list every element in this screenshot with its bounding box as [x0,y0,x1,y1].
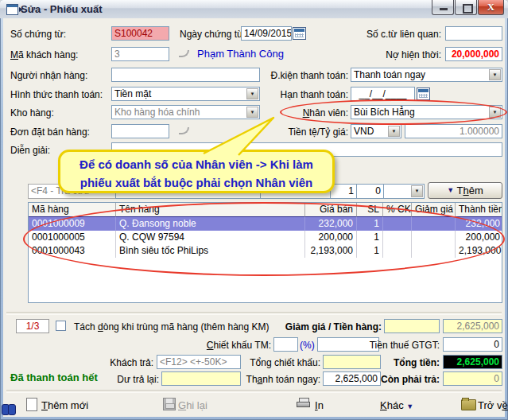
cell-qty: 1 [357,244,383,258]
nhan-vien-label: Nhân viên: [253,107,348,119]
cell-discount [412,244,456,258]
new-document-icon [26,398,37,411]
minimize-button[interactable] [432,0,454,15]
don-dat-ban-hang-label: Đơn đặt bán hàng: [10,126,90,138]
annotation-callout: Để có doanh số của Nhân viên -> Khi làm … [58,150,335,193]
cell-qty: 1 [357,231,383,244]
pct-label: (%) [300,340,315,351]
ngay-chung-tu-field[interactable]: 14/09/2015 [241,26,292,41]
calendar-icon[interactable] [417,88,430,100]
chevron-down-icon[interactable]: ▼ [411,185,423,197]
tien-thue-label: Tiền thuế GTGT: [346,340,440,351]
window-icon [6,4,18,15]
in-button[interactable]: In [315,399,324,411]
them-moi-button[interactable]: Thêm mới [41,399,88,411]
col-header-price[interactable]: Giá bán [305,203,357,217]
callout-line1: Để có doanh số của Nhân viên -> Khi làm [60,155,332,173]
folder-icon [461,399,476,410]
so-ctu-lien-quan-field[interactable] [445,26,502,41]
item-discount-input[interactable]: 0 [356,184,384,199]
hinh-thuc-thanh-toan-select[interactable]: Tiền mặt▼ [111,87,260,101]
cell-price: 232,000 [305,217,357,231]
minimize-icon [440,8,448,10]
title-bar[interactable]: Sửa - Phiếu xuất X [0,0,508,18]
con-phai-tra-field: 0 [443,371,502,386]
cell-discount [412,231,456,244]
tong-tien-label: Tổng tiền: [368,357,440,368]
maximize-icon [463,4,473,14]
cell-total: 232,000 [456,217,502,231]
chevron-down-icon[interactable]: ▼ [489,107,501,118]
han-thanh-toan-field[interactable]: __/__/____ [351,87,415,101]
printer-icon [297,398,310,408]
col-header-qty[interactable]: SL [357,203,383,217]
cell-code: 0001000009 [29,217,116,231]
chevron-down-icon[interactable]: ▼ [388,126,400,137]
tien-te-select[interactable]: VND▼ [351,124,401,138]
du-tra-lai-field[interactable] [161,371,241,386]
khach-tra-field[interactable]: <F12> <+-50K> [157,355,241,369]
nguoi-nhan-hang-field[interactable] [111,68,260,82]
chiet-khau-label: Chiết khấu TM: [191,340,271,351]
khac-button[interactable]: Khác ▼ [380,399,413,411]
ma-khach-hang-field[interactable]: 3 [111,47,169,61]
col-header-discount[interactable]: Giảm giá [412,203,456,217]
cell-ck [383,231,412,244]
cell-total: 2,193,000 [456,244,502,258]
cell-discount [412,217,456,231]
no-hien-thoi-label: Nợ hiện thời: [350,49,441,60]
dk-thanh-toan-select[interactable]: Thanh toán ngay▼ [351,68,502,82]
chiet-khau-pct-field[interactable] [273,337,298,352]
no-hien-thoi-field: 20,000,000 [445,47,502,61]
tro-ve-button[interactable]: Trở về [478,399,508,411]
ghi-lai-button[interactable]: Ghi lại [178,399,207,411]
close-button[interactable]: X [478,0,504,15]
chevron-down-icon[interactable]: ▼ [489,69,501,80]
kho-hang-select[interactable]: Kho hàng hóa chính▼ [111,105,260,119]
chevron-down-icon: ▼ [406,402,413,410]
giam-gia-field[interactable] [384,319,440,333]
col-header-name[interactable]: Tên hàng [116,203,305,217]
so-ctu-lien-quan-label: Số c.từ liên quan: [350,29,441,40]
table-row[interactable]: 0001000043 Bình siêu tốc PhiLips 2,193,0… [29,244,502,258]
cell-name: Q. CQW 97594 [116,231,305,244]
items-table[interactable]: Mã hàng Tên hàng Giá bán SL % CK Giảm gi… [28,202,502,303]
maximize-button[interactable] [455,0,477,15]
item-unit-select[interactable]: ▼ [383,184,425,199]
cell-code: 0001000043 [29,244,116,258]
tong-chiet-khau-label: Tổng chiết khấu: [241,357,320,368]
col-header-ck[interactable]: % CK [383,203,412,217]
hinh-thuc-thanh-toan-label: Hình thức thanh toán: [10,89,103,100]
divider [6,390,502,393]
add-arrow-icon: ▼ [447,186,454,194]
so-chung-tu-label: Số chứng từ: [10,29,66,40]
dialog-window: Sửa - Phiếu xuất X Số chứng từ: S100042 … [0,0,508,420]
don-dat-ban-hang-field[interactable] [111,124,169,138]
kho-hang-label: Kho hàng: [10,107,54,119]
col-header-code[interactable]: Mã hàng [29,203,116,217]
cell-code: 0001000005 [29,231,116,244]
split-line-checkbox[interactable] [56,321,66,331]
ngay-chung-tu-label: Ngày chứng từ: [180,29,246,40]
con-phai-tra-label: Còn phải trả: [366,374,440,385]
du-tra-lai-label: Dư trả lại: [103,374,159,385]
tien-hang-field: 2,625,000 [443,319,502,333]
tien-thue-field[interactable]: 0 [443,337,502,352]
cell-price: 200,000 [305,231,357,244]
calendar-icon[interactable] [293,27,306,40]
paid-status: Đã thanh toán hết [10,372,98,383]
dk-thanh-toan-label: Đ.kiện thanh toán: [253,70,348,81]
binoculars-icon[interactable] [2,404,16,414]
col-header-total[interactable]: Thành tiền [456,203,502,217]
add-item-button[interactable]: ▼ Thêm [428,182,502,199]
so-chung-tu-field[interactable]: S100042 [111,26,169,41]
nhan-vien-select[interactable]: Bùi Bích Hẳng▼ [351,105,502,119]
cell-ck [383,244,412,258]
ty-gia-field[interactable]: 1.000000 [405,124,502,138]
khach-tra-label: Khách trả: [87,357,153,368]
table-row[interactable]: 0001000005 Q. CQW 97594 200,000 1 200,00… [29,231,502,244]
cell-total: 200,000 [456,231,502,244]
table-row[interactable]: 0001000009 Q. Đansong noble 232,000 1 23… [29,217,502,231]
ma-khach-hang-label: Mã khách hàng: [10,49,78,60]
tien-te-label: Tiền tệ/Tỷ giá: [253,126,348,138]
